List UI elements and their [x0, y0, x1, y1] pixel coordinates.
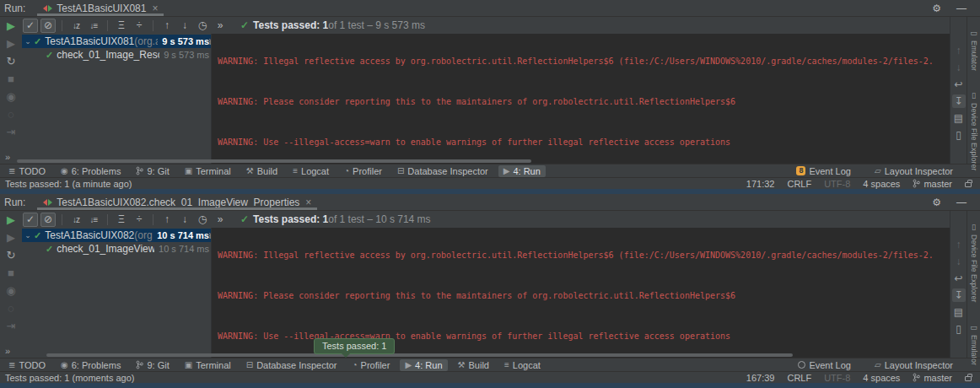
expand-all-button[interactable]: Ξ — [114, 213, 129, 227]
console-output[interactable]: WARNING: Illegal reflective access by or… — [211, 34, 950, 164]
rerun-failed-tests-button[interactable]: ▶ — [4, 37, 18, 50]
gear-icon[interactable]: ⚙ — [932, 197, 941, 208]
rerun-button[interactable]: ▶ — [4, 213, 18, 226]
tool-button-run[interactable]: ▶4: Run — [400, 359, 447, 371]
attach-button[interactable]: ⇥ — [4, 320, 18, 332]
show-ignored-button[interactable]: ⊘ — [40, 19, 56, 33]
tool-button-todo[interactable]: ≣TODO — [3, 359, 51, 371]
sort-by-duration-button[interactable]: ↓≡ — [86, 213, 101, 227]
up-stack-trace-button[interactable]: ↑ — [952, 238, 966, 251]
down-stack-trace-button[interactable]: ↓ — [952, 255, 966, 268]
line-ending[interactable]: CRLF — [787, 179, 811, 189]
screenshot-button[interactable]: ◉ — [4, 284, 18, 297]
minimize-icon[interactable]: — — [956, 197, 967, 208]
line-ending[interactable]: CRLF — [787, 373, 811, 383]
minimize-icon[interactable]: — — [956, 3, 967, 14]
up-stack-trace-button[interactable]: ↑ — [952, 44, 966, 57]
show-passed-button[interactable]: ✓ — [23, 19, 38, 33]
show-ignored-button[interactable]: ⊘ — [40, 213, 56, 227]
dump-threads-button[interactable]: ◌ — [4, 302, 18, 315]
print-button[interactable]: ▤ — [952, 111, 966, 125]
collapse-all-button[interactable]: ÷ — [132, 19, 147, 33]
stop-button[interactable]: ■ — [4, 73, 18, 85]
sort-by-duration-button[interactable]: ↓≡ — [86, 19, 101, 33]
tool-button-problems[interactable]: ◉6: Problems — [56, 359, 126, 371]
previous-occurrence-button[interactable]: ↑ — [159, 19, 175, 33]
indent-setting[interactable]: 4 spaces — [863, 373, 900, 383]
print-button[interactable]: ▤ — [952, 305, 966, 319]
tool-button-profiler[interactable]: ◔Profiler — [347, 359, 396, 371]
tool-button-problems[interactable]: ◉6: Problems — [56, 165, 126, 177]
close-icon[interactable]: × — [152, 3, 158, 14]
caret-position[interactable]: 171:32 — [746, 179, 775, 189]
rerun-failed-tests-button[interactable]: ▶ — [4, 231, 18, 244]
toolbar-more-icon[interactable]: » — [213, 19, 228, 33]
next-occurrence-button[interactable]: ↓ — [177, 19, 192, 33]
gear-icon[interactable]: ⚙ — [932, 3, 941, 14]
more-icon[interactable]: » — [5, 152, 10, 162]
chevron-down-icon[interactable]: ⌄ — [23, 37, 33, 46]
tool-button-profiler[interactable]: ◔Profiler — [339, 165, 387, 177]
tool-button-todo[interactable]: ≣TODO — [3, 165, 51, 177]
sort-alphabetically-button[interactable]: ↓z — [68, 19, 83, 33]
indent-setting[interactable]: 4 spaces — [863, 179, 900, 189]
rerun-button[interactable]: ▶ — [4, 19, 18, 32]
layout-inspector-button[interactable]: ▱Layout Inspector — [873, 165, 955, 177]
stop-button[interactable]: ■ — [4, 267, 18, 279]
clear-all-button[interactable]: ▯ — [952, 322, 966, 336]
screenshot-button[interactable]: ◉ — [4, 90, 18, 103]
attach-button[interactable]: ⇥ — [4, 126, 18, 138]
horizontal-scrollbar[interactable] — [17, 159, 531, 163]
git-branch-widget[interactable]: master — [913, 179, 952, 189]
down-stack-trace-button[interactable]: ↓ — [952, 61, 966, 74]
tool-button-logcat[interactable]: ≡Logcat — [499, 359, 546, 371]
tool-button-build[interactable]: ⚒Build — [241, 165, 283, 177]
test-tree-row-suite[interactable]: ⌄ ✓ TestA1BasicUIX082 (org.aplas.basica … — [22, 229, 211, 242]
run-tab[interactable]: TestA1BasicUIX081 × — [37, 0, 164, 16]
previous-occurrence-button[interactable]: ↑ — [159, 213, 175, 227]
caret-position[interactable]: 167:39 — [746, 373, 775, 383]
tool-window-emulator[interactable]: ▭ Emulator — [970, 29, 978, 71]
layout-inspector-button[interactable]: ▱Layout Inspector — [873, 359, 955, 371]
test-tree-row-case[interactable]: ✓ check_01_ImageView_Properties 10 s 714… — [22, 242, 211, 256]
tool-button-database-inspector[interactable]: ⊟Database Inspector — [241, 359, 342, 371]
tool-button-database-inspector[interactable]: ⊟Database Inspector — [392, 165, 493, 177]
toolbar-more-icon[interactable]: » — [213, 213, 228, 227]
git-branch-widget[interactable]: master — [913, 373, 952, 383]
soft-wrap-button[interactable]: ↩ — [952, 272, 966, 285]
event-log-button[interactable]: 8Event Log — [794, 165, 853, 177]
tool-button-build[interactable]: ⚒Build — [453, 359, 494, 371]
close-icon[interactable]: × — [305, 197, 311, 208]
soft-wrap-button[interactable]: ↩ — [952, 78, 966, 91]
toggle-auto-test-button[interactable]: ↻ — [4, 55, 18, 67]
test-history-button[interactable]: ◷ — [195, 19, 210, 33]
collapse-all-button[interactable]: ÷ — [132, 213, 147, 227]
scroll-to-end-button[interactable]: ↧ — [952, 94, 966, 108]
event-log-button[interactable]: Event Log — [796, 359, 853, 371]
horizontal-scrollbar[interactable] — [46, 353, 793, 357]
test-history-button[interactable]: ◷ — [195, 213, 210, 227]
tool-window-device-file-explorer[interactable]: ▯ Device File Explorer — [970, 223, 978, 303]
chevron-down-icon[interactable]: ⌄ — [23, 231, 33, 240]
show-passed-button[interactable]: ✓ — [23, 213, 38, 227]
expand-all-button[interactable]: Ξ — [114, 19, 129, 33]
scroll-to-end-button[interactable]: ↧ — [952, 288, 966, 302]
tool-button-logcat[interactable]: ≡Logcat — [288, 165, 334, 177]
file-encoding[interactable]: UTF-8 — [824, 373, 850, 383]
lock-icon[interactable] — [965, 376, 972, 381]
tool-button-terminal[interactable]: ▣Terminal — [180, 359, 236, 371]
sort-alphabetically-button[interactable]: ↓z — [68, 213, 83, 227]
more-icon[interactable]: » — [5, 346, 10, 356]
next-occurrence-button[interactable]: ↓ — [177, 213, 192, 227]
tool-button-run[interactable]: ▶4: Run — [498, 165, 546, 177]
clear-all-button[interactable]: ▯ — [952, 128, 966, 142]
run-tab[interactable]: TestA1BasicUIX082.check_01_ImageView_Pro… — [37, 194, 317, 210]
toggle-auto-test-button[interactable]: ↻ — [4, 249, 18, 261]
tool-window-device-file-explorer[interactable]: ▯ Device File Explorer — [970, 91, 978, 171]
lock-icon[interactable] — [965, 182, 972, 187]
dump-threads-button[interactable]: ◌ — [4, 108, 18, 121]
file-encoding[interactable]: UTF-8 — [824, 179, 850, 189]
tool-button-terminal[interactable]: ▣Terminal — [180, 165, 236, 177]
tool-button-git[interactable]: 9: Git — [131, 165, 174, 177]
tool-button-git[interactable]: 9: Git — [131, 359, 174, 371]
